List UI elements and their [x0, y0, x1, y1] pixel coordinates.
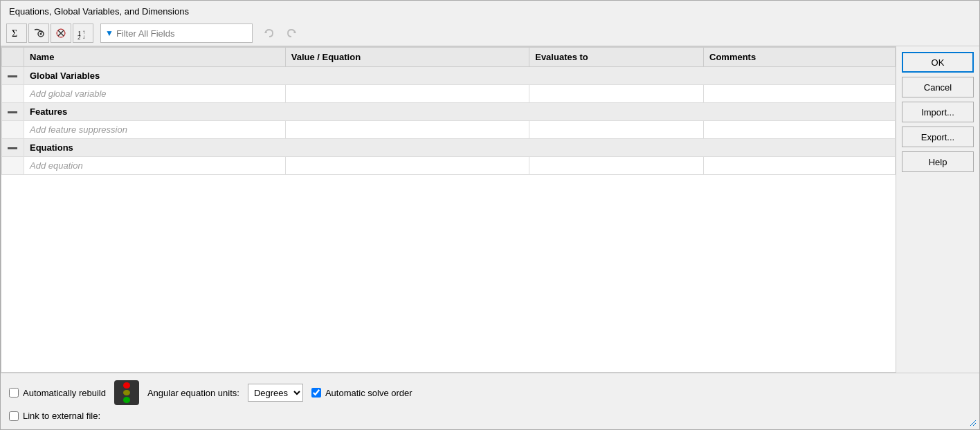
- svg-text:Σ: Σ: [12, 28, 17, 39]
- undo-icon: [263, 27, 275, 39]
- add-feature-evaluates: [529, 121, 704, 139]
- section-label-global-variables: Global Variables: [24, 67, 896, 85]
- export-button[interactable]: Export...: [902, 127, 974, 147]
- add-feature-value: [285, 121, 529, 139]
- add-equation-evaluates: [529, 157, 704, 175]
- svg-point-2: [40, 33, 42, 35]
- add-global-value: [285, 85, 529, 103]
- add-global-variable-row[interactable]: Add global variable: [2, 85, 896, 103]
- bottom-row-2: Link to external file:: [9, 411, 971, 421]
- auto-rebuild-checkbox[interactable]: [9, 388, 19, 398]
- ok-button[interactable]: OK: [902, 52, 974, 73]
- section-collapse-equations[interactable]: [2, 139, 24, 157]
- delete-icon: [55, 27, 67, 39]
- resize-icon: [969, 419, 977, 427]
- section-collapse-global[interactable]: [2, 67, 24, 85]
- section-label-features: Features: [24, 103, 896, 121]
- add-feature-comments: [704, 121, 896, 139]
- dialog-title: Equations, Global Variables, and Dimensi…: [1, 1, 979, 21]
- section-label-equations: Equations: [24, 139, 896, 157]
- add-global-comments: [704, 85, 896, 103]
- add-feature-index: [2, 121, 24, 139]
- add-global-name[interactable]: Add global variable: [24, 85, 286, 103]
- sort-button[interactable]: 1 ↑ 2 ↓: [73, 24, 93, 43]
- collapse-icon-equations: [8, 147, 17, 149]
- add-feature-name[interactable]: Add feature suppression: [24, 121, 286, 139]
- sigma-icon: Σ: [10, 27, 23, 39]
- help-button[interactable]: Help: [902, 151, 974, 172]
- svg-text:↓: ↓: [82, 34, 85, 39]
- col-header-value: Value / Equation: [285, 48, 529, 67]
- filter-icon: ▼: [105, 28, 114, 38]
- curve-icon: [33, 27, 45, 39]
- table-header-row: Name Value / Equation Evaluates to Comme…: [2, 48, 896, 67]
- undo-redo-group: [260, 24, 301, 43]
- add-feature-row[interactable]: Add feature suppression: [2, 121, 896, 139]
- sigma-button[interactable]: Σ: [6, 24, 27, 43]
- section-row-global-variables: Global Variables: [2, 67, 896, 85]
- col-header-comments: Comments: [704, 48, 896, 67]
- tl-yellow-circle: [123, 390, 130, 396]
- import-button[interactable]: Import...: [902, 102, 974, 122]
- link-external-label[interactable]: Link to external file:: [9, 411, 100, 421]
- add-equation-row[interactable]: Add equation: [2, 157, 896, 175]
- section-row-equations: Equations: [2, 139, 896, 157]
- col-header-evaluates: Evaluates to: [529, 48, 704, 67]
- add-global-evaluates: [529, 85, 704, 103]
- dialog: Equations, Global Variables, and Dimensi…: [0, 0, 980, 430]
- link-external-checkbox[interactable]: [9, 411, 19, 421]
- add-equation-value: [285, 157, 529, 175]
- add-equation-index: [2, 157, 24, 175]
- auto-rebuild-label[interactable]: Automatically rebuild: [9, 388, 106, 398]
- col-header-index: [2, 48, 24, 67]
- add-equation-name[interactable]: Add equation: [24, 157, 286, 175]
- undo-button[interactable]: [260, 24, 279, 43]
- traffic-light[interactable]: [114, 380, 139, 405]
- resize-handle[interactable]: [969, 419, 977, 427]
- auto-solve-label[interactable]: Automatic solve order: [311, 388, 412, 398]
- tl-red-circle: [123, 382, 130, 389]
- curve-button[interactable]: [28, 24, 49, 43]
- sort-icon: 1 ↑ 2 ↓: [77, 27, 89, 39]
- degrees-select[interactable]: Degrees Radians: [248, 384, 303, 402]
- redo-button[interactable]: [282, 24, 301, 43]
- col-header-name: Name: [24, 48, 286, 67]
- filter-input[interactable]: [116, 28, 248, 39]
- bottom-bar: Automatically rebuild Angular equation u…: [1, 373, 979, 429]
- section-row-features: Features: [2, 103, 896, 121]
- filter-wrapper: ▼: [100, 24, 253, 43]
- section-collapse-features[interactable]: [2, 103, 24, 121]
- main-content: Name Value / Equation Evaluates to Comme…: [1, 46, 979, 373]
- auto-rebuild-text: Automatically rebuild: [23, 388, 106, 398]
- add-global-index: [2, 85, 24, 103]
- collapse-icon-features: [8, 111, 17, 113]
- table-area[interactable]: Name Value / Equation Evaluates to Comme…: [1, 46, 896, 373]
- add-equation-comments: [704, 157, 896, 175]
- svg-text:2: 2: [78, 34, 81, 39]
- collapse-icon-global: [8, 75, 17, 77]
- link-external-text: Link to external file:: [23, 411, 100, 421]
- bottom-row-1: Automatically rebuild Angular equation u…: [9, 380, 971, 405]
- cancel-button[interactable]: Cancel: [902, 77, 974, 97]
- redo-icon: [285, 27, 298, 39]
- angular-equation-label: Angular equation units:: [147, 388, 239, 398]
- equations-table: Name Value / Equation Evaluates to Comme…: [1, 47, 896, 175]
- tl-green-circle: [123, 397, 130, 403]
- auto-solve-text: Automatic solve order: [325, 388, 412, 398]
- right-panel: OK Cancel Import... Export... Help: [896, 46, 979, 373]
- auto-solve-checkbox[interactable]: [311, 388, 321, 398]
- delete-button[interactable]: [51, 24, 71, 43]
- toolbar: Σ 1 ↑ 2 ↓: [1, 21, 979, 46]
